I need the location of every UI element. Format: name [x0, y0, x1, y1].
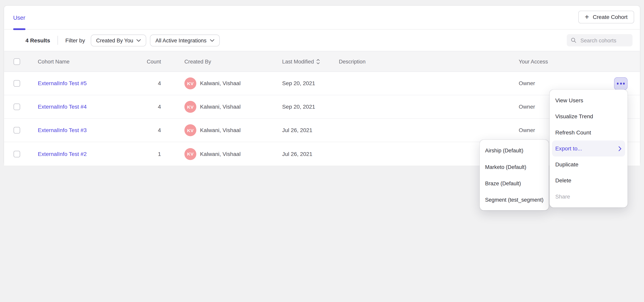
menu-item-export-to[interactable]: Export to...: [552, 140, 625, 156]
menu-item-view-users[interactable]: View Users: [550, 92, 628, 108]
cohort-count: 1: [127, 151, 161, 157]
chevron-down-icon: [136, 39, 141, 42]
cohort-name-link[interactable]: ExternalInfo Test #4: [38, 104, 87, 110]
column-header-created-by: Created By: [184, 58, 211, 64]
your-access-value: Owner: [519, 80, 535, 86]
last-modified-date: Sep 20, 2021: [282, 80, 315, 86]
column-header-last-modified[interactable]: Last Modified: [282, 58, 320, 64]
search-box: [567, 34, 632, 46]
export-submenu: Airship (Default) Marketo (Default) Braz…: [480, 140, 548, 210]
create-cohort-button[interactable]: + Create Cohort: [578, 11, 634, 24]
created-by-filter-label: Created By You: [96, 37, 133, 43]
submenu-item-segment[interactable]: Segment (test_segment): [480, 192, 548, 208]
submenu-item-marketo[interactable]: Marketo (Default): [480, 158, 548, 175]
table-row[interactable]: ExternalInfo Test #5 4 KV Kalwani, Visha…: [4, 72, 640, 96]
last-modified-date: Jul 26, 2021: [282, 127, 312, 133]
cohort-count: 4: [127, 127, 161, 133]
menu-item-share: Share: [550, 189, 628, 204]
filter-by-label: Filter by: [65, 37, 85, 43]
select-all-checkbox[interactable]: [14, 58, 20, 65]
column-header-count: Count: [127, 58, 161, 64]
table-header: Cohort Name Count Created By Last Modifi…: [4, 51, 640, 72]
integrations-filter-dropdown[interactable]: All Active Integrations: [150, 34, 220, 46]
export-to-label: Export to...: [555, 146, 582, 152]
created-by-name: Kalwani, Vishaal: [200, 127, 240, 133]
column-header-description: Description: [339, 58, 366, 64]
created-by-name: Kalwani, Vishaal: [200, 80, 240, 86]
menu-item-refresh-count[interactable]: Refresh Count: [550, 124, 628, 140]
table-row[interactable]: ExternalInfo Test #3 4 KV Kalwani, Visha…: [4, 119, 640, 142]
submenu-item-airship[interactable]: Airship (Default): [480, 142, 548, 158]
dot: [623, 82, 625, 84]
last-modified-date: Jul 26, 2021: [282, 151, 312, 157]
cohorts-page: User + Create Cohort 4 Results Filter by…: [0, 0, 644, 302]
submenu-item-braze[interactable]: Braze (Default): [480, 175, 548, 192]
table-row[interactable]: ExternalInfo Test #4 4 KV Kalwani, Visha…: [4, 96, 640, 119]
row-checkbox[interactable]: [14, 104, 20, 110]
cohort-count: 4: [127, 80, 161, 86]
dot: [617, 82, 618, 84]
plus-icon: +: [585, 13, 589, 20]
results-count: 4 Results: [26, 37, 50, 43]
last-modified-date: Sep 20, 2021: [282, 104, 315, 110]
row-checkbox[interactable]: [14, 127, 20, 134]
cohort-name-link[interactable]: ExternalInfo Test #2: [38, 151, 87, 157]
last-modified-label: Last Modified: [282, 58, 314, 64]
search-cohorts-input[interactable]: [580, 37, 628, 44]
created-by-filter-dropdown[interactable]: Created By You: [91, 34, 146, 46]
integrations-filter-label: All Active Integrations: [156, 37, 206, 43]
your-access-value: Owner: [519, 127, 535, 133]
your-access-value: Owner: [519, 104, 535, 110]
tab-user[interactable]: User: [13, 6, 26, 29]
row-checkbox[interactable]: [14, 150, 20, 157]
cohort-name-link[interactable]: ExternalInfo Test #3: [38, 127, 87, 133]
avatar: KV: [184, 148, 196, 160]
column-header-your-access: Your Access: [519, 58, 548, 64]
tab-bar: User + Create Cohort: [4, 6, 640, 30]
toolbar-divider: [58, 36, 58, 45]
avatar: KV: [184, 101, 196, 113]
row-checkbox[interactable]: [14, 80, 20, 86]
created-by-name: Kalwani, Vishaal: [200, 151, 240, 157]
avatar: KV: [184, 78, 196, 89]
menu-item-delete[interactable]: Delete: [550, 172, 628, 188]
tab-user-label: User: [13, 14, 26, 21]
chevron-down-icon: [210, 39, 214, 42]
cohort-count: 4: [127, 104, 161, 110]
dot: [620, 82, 622, 84]
chevron-right-icon: [618, 146, 622, 151]
row-actions-menu: View Users Visualize Trend Refresh Count…: [550, 90, 628, 208]
menu-item-visualize-trend[interactable]: Visualize Trend: [550, 108, 628, 124]
create-cohort-label: Create Cohort: [593, 14, 628, 20]
avatar: KV: [184, 124, 196, 136]
created-by-name: Kalwani, Vishaal: [200, 104, 240, 110]
menu-item-duplicate[interactable]: Duplicate: [550, 156, 628, 172]
sort-icon: [316, 58, 320, 64]
cohort-name-link[interactable]: ExternalInfo Test #5: [38, 80, 87, 86]
column-header-cohort-name: Cohort Name: [38, 58, 70, 64]
search-icon: [571, 37, 576, 44]
row-actions-button[interactable]: [614, 77, 628, 90]
toolbar: 4 Results Filter by Created By You All A…: [4, 30, 640, 51]
